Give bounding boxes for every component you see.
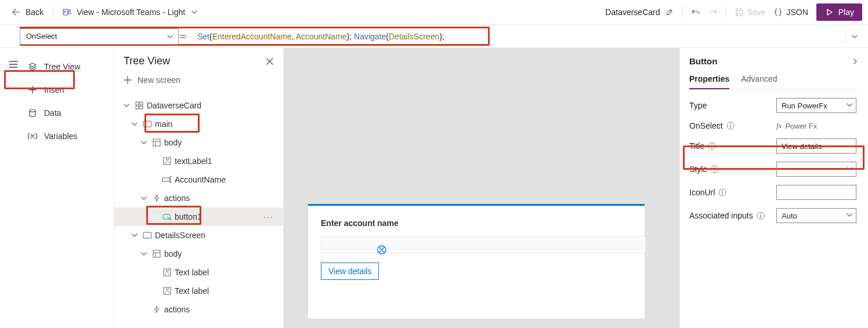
layers-icon: [27, 61, 38, 72]
undo-icon[interactable]: [691, 8, 700, 17]
play-button[interactable]: Play: [816, 3, 862, 21]
assoc-inputs-value: Auto: [782, 212, 797, 220]
play-label: Play: [838, 8, 854, 17]
left-rail: [0, 48, 27, 328]
lightning-icon: [149, 194, 164, 202]
svg-rect-5: [136, 106, 139, 109]
tree-list: DataverseCard main body textLabel1: [114, 90, 283, 319]
svg-rect-7: [143, 121, 151, 127]
back-button[interactable]: Back: [12, 8, 44, 17]
tree-node-dataversecard[interactable]: DataverseCard: [114, 96, 283, 115]
redo-icon: [708, 8, 718, 17]
view-mode-label: View - Microsoft Teams - Light: [77, 8, 185, 17]
tab-advanced[interactable]: Advanced: [741, 70, 777, 89]
layout-icon: [149, 139, 164, 147]
style-select[interactable]: [776, 162, 856, 177]
tree-node-label: actions: [164, 305, 190, 314]
tree-node-actions2[interactable]: actions: [114, 300, 283, 319]
tree-node-detailsscreen[interactable]: DetailsScreen: [114, 226, 283, 245]
tree-node-label: AccountName: [175, 175, 226, 184]
property-selector-dropdown[interactable]: OnSelect: [20, 28, 179, 45]
app-name-label[interactable]: DataverseCard: [605, 8, 674, 17]
new-screen-label: New screen: [138, 75, 180, 85]
tree-node-textlabel-b[interactable]: Text label: [114, 282, 283, 300]
chevron-down-icon: [129, 232, 140, 238]
card-label: Enter account name: [321, 218, 632, 228]
svg-rect-4: [140, 102, 143, 105]
formula-input[interactable]: Set(EnteredAccountName, AccountName); Na…: [195, 32, 842, 41]
canvas[interactable]: Enter account name View details: [284, 48, 679, 328]
tree-node-label: main: [155, 119, 172, 129]
nav-tree-view[interactable]: Tree View: [27, 55, 114, 78]
nav-label: Tree View: [44, 62, 80, 71]
tree-node-label: body: [164, 249, 182, 258]
svg-point-18: [730, 123, 731, 125]
tree-node-accountname[interactable]: AccountName: [114, 170, 283, 189]
close-panel-button[interactable]: [266, 57, 274, 65]
save-icon: [735, 8, 744, 17]
tree-node-body2[interactable]: body: [114, 245, 283, 263]
tree-node-label: Text label: [175, 286, 209, 296]
nav-insert[interactable]: Insert: [27, 78, 114, 101]
new-screen-button[interactable]: New screen: [114, 70, 283, 90]
chevron-down-icon: [847, 166, 852, 172]
prop-label: IconUrl: [689, 188, 715, 197]
prop-label: Style: [689, 165, 707, 174]
property-selector-value: OnSelect: [26, 32, 57, 41]
expand-formula-bar-button[interactable]: [846, 28, 862, 45]
tab-properties[interactable]: Properties: [689, 70, 729, 89]
fx-icon: fx: [776, 121, 782, 130]
svg-point-24: [722, 190, 724, 191]
svg-rect-14: [164, 269, 171, 276]
formula-token: Navigate: [354, 32, 386, 41]
svg-rect-9: [164, 158, 171, 165]
svg-point-26: [760, 213, 761, 214]
info-icon[interactable]: [711, 165, 719, 173]
info-icon[interactable]: [726, 122, 735, 130]
nav-variables[interactable]: Variables: [27, 125, 114, 148]
view-mode-dropdown[interactable]: View - Microsoft Teams - Light: [63, 8, 199, 17]
card-icon: [140, 121, 155, 127]
prop-row-title: Title: [687, 139, 859, 154]
iconurl-input[interactable]: [776, 185, 856, 200]
edit-pencil-icon[interactable]: [665, 8, 674, 17]
nav-label: Insert: [44, 85, 64, 94]
tree-view-title: Tree View: [124, 55, 170, 67]
save-label: Save: [747, 8, 766, 17]
info-icon[interactable]: [718, 188, 726, 196]
chevron-down-icon: [139, 251, 149, 257]
info-icon[interactable]: [757, 212, 765, 220]
prop-label: Title: [689, 141, 704, 151]
nav-data[interactable]: Data: [27, 101, 114, 125]
variable-icon: [27, 130, 38, 142]
json-label: JSON: [786, 8, 808, 17]
chevron-down-icon: [847, 212, 852, 218]
tree-node-label: textLabel1: [175, 156, 212, 166]
assoc-inputs-select[interactable]: Auto: [776, 208, 856, 223]
svg-point-1: [69, 10, 71, 12]
card-preview: Enter account name View details: [308, 204, 645, 319]
card-icon: [140, 232, 155, 239]
tree-node-textlabel-a[interactable]: Text label: [114, 263, 283, 282]
svg-point-20: [711, 144, 713, 145]
hamburger-menu-button[interactable]: [0, 53, 27, 76]
type-select[interactable]: Run PowerFx: [776, 98, 856, 113]
json-button[interactable]: JSON: [773, 8, 808, 17]
type-select-value: Run PowerFx: [782, 101, 827, 110]
account-name-input[interactable]: [321, 236, 646, 253]
tree-node-main[interactable]: main: [114, 115, 283, 133]
info-icon[interactable]: [708, 142, 716, 150]
expand-panel-icon[interactable]: [852, 58, 859, 65]
more-menu-button[interactable]: ···: [263, 212, 274, 221]
title-input[interactable]: [776, 139, 856, 154]
onselect-value[interactable]: fx Power Fx: [776, 121, 856, 130]
tree-node-actions[interactable]: actions: [114, 189, 283, 207]
view-details-button[interactable]: View details: [321, 263, 379, 280]
tree-node-textlabel1[interactable]: textLabel1: [114, 152, 283, 170]
app-name-text: DataverseCard: [605, 8, 660, 17]
tree-node-body[interactable]: body: [114, 133, 283, 152]
tree-node-button1[interactable]: button1 ···: [114, 207, 283, 226]
error-indicator-icon[interactable]: [377, 245, 387, 255]
teams-icon: [63, 8, 72, 17]
chevron-down-icon: [139, 140, 149, 145]
